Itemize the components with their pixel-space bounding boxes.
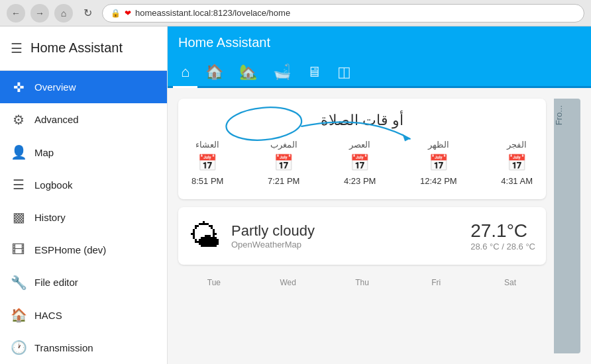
prayer-time-maghrib: المغرب 📅 7:21 PM (268, 140, 299, 186)
history-icon: ▩ (11, 209, 27, 225)
right-panel: Fro... (554, 99, 580, 353)
prayer-time-val-asr: 4:23 PM (344, 176, 376, 186)
sidebar-title: Home Assistant (30, 40, 123, 56)
weather-source: OpenWeatherMap (231, 240, 460, 250)
app-layout: ☰ Home Assistant ✜ Overview ⚙ Advanced 👤… (0, 26, 591, 364)
sidebar-label-overview: Overview (34, 81, 76, 93)
prayer-time-val-dhuhr: 12:42 PM (420, 176, 457, 186)
prayer-times-row: العشاء 📅 8:51 PM المغرب 📅 7:21 PM العصر … (191, 140, 533, 186)
file-editor-icon: 🔧 (11, 275, 27, 291)
day-wed: Wed (252, 278, 324, 287)
sidebar-label-logbook: Logbook (34, 179, 73, 191)
sidebar-item-map[interactable]: 👤 Map (0, 136, 167, 168)
tab-network[interactable]: ◫ (329, 58, 359, 88)
day-row: Tue Wed Thu Fri Sat (178, 278, 546, 287)
address-bar[interactable]: 🔒 ❤ homeassistant.local:8123/lovelace/ho… (102, 4, 584, 23)
logbook-icon: ☰ (11, 177, 27, 193)
tab-house[interactable]: 🏡 (231, 58, 265, 88)
sidebar-item-hacs[interactable]: 🏠 HACS (0, 299, 167, 332)
weather-icon: 🌤 (189, 218, 221, 254)
prayer-name-asr: العصر (349, 140, 370, 150)
prayer-time-asr: العصر 📅 4:23 PM (344, 140, 376, 186)
sidebar-label-advanced: Advanced (34, 114, 79, 125)
prayer-icon-maghrib: 📅 (274, 154, 294, 172)
prayer-name-maghrib: المغرب (270, 140, 297, 150)
prayer-time-fajr: الفجر 📅 4:31 AM (501, 140, 533, 186)
sidebar-label-file-editor: File editor (34, 277, 78, 288)
prayer-time-val-maghrib: 7:21 PM (268, 176, 299, 186)
prayer-time-val-isha: 8:51 PM (191, 176, 223, 186)
sidebar-label-esphome: ESPHome (dev) (34, 244, 106, 255)
browser-chrome: ← → ⌂ ↻ 🔒 ❤ homeassistant.local:8123/lov… (0, 0, 591, 26)
tab-bath[interactable]: 🛁 (265, 58, 299, 88)
tab-bell[interactable]: 🏠 (197, 58, 231, 88)
tab-home[interactable]: ⌂ (173, 58, 197, 88)
sidebar-item-file-editor[interactable]: 🔧 File editor (0, 266, 167, 298)
top-bar-title: Home Assistant (178, 35, 580, 50)
weather-temperature: 27.1°C (470, 220, 535, 242)
reload-button[interactable]: ↻ (78, 4, 97, 23)
prayer-time-dhuhr: الظهر 📅 12:42 PM (420, 140, 457, 186)
tab-monitor[interactable]: 🖥 (299, 58, 329, 88)
prayer-time-val-fajr: 4:31 AM (501, 176, 533, 186)
main-content: Home Assistant ⌂ 🏠 🏡 🛁 🖥 ◫ (168, 26, 591, 364)
prayer-name-isha: العشاء (195, 140, 219, 150)
sidebar-item-esphome[interactable]: 🎞 ESPHome (dev) (0, 234, 167, 266)
weather-temp-block: 27.1°C 28.6 °C / 28.6 °C (470, 220, 535, 251)
day-thu: Thu (327, 278, 398, 287)
prayer-time-isha: العشاء 📅 8:51 PM (191, 140, 223, 186)
day-sat: Sat (474, 278, 546, 287)
forward-button[interactable]: → (30, 4, 49, 23)
prayer-card-title: أو قات الصلاة (191, 112, 533, 129)
esphome-icon: 🎞 (11, 242, 27, 257)
sidebar: ☰ Home Assistant ✜ Overview ⚙ Advanced 👤… (0, 26, 168, 364)
prayer-card: أو قات الصلاة العشاء 📅 8:51 PM المغرب 📅 … (178, 99, 546, 199)
right-panel-text: Fro... (554, 99, 570, 132)
prayer-name-fajr: الفجر (507, 140, 527, 150)
top-bar: Home Assistant (168, 26, 591, 58)
sidebar-item-overview[interactable]: ✜ Overview (0, 71, 167, 103)
advanced-icon: ⚙ (11, 112, 27, 128)
day-tue: Tue (178, 278, 250, 287)
sidebar-label-map: Map (34, 147, 54, 158)
hamburger-icon[interactable]: ☰ (11, 40, 23, 56)
prayer-icon-asr: 📅 (350, 154, 370, 172)
sidebar-label-transmission: Transmission (34, 342, 93, 353)
lock-icon: 🔒 (111, 9, 121, 18)
day-fri: Fri (400, 278, 472, 287)
transmission-icon: 🕐 (11, 340, 27, 355)
back-button[interactable]: ← (7, 4, 25, 23)
weather-info: Partly cloudy OpenWeatherMap (231, 222, 460, 250)
overview-icon: ✜ (11, 79, 27, 95)
main-column: أو قات الصلاة العشاء 📅 8:51 PM المغرب 📅 … (178, 99, 546, 353)
sidebar-item-history[interactable]: ▩ History (0, 201, 167, 234)
prayer-icon-dhuhr: 📅 (429, 154, 449, 172)
hacs-icon: 🏠 (11, 307, 27, 323)
prayer-icon-isha: 📅 (197, 154, 217, 172)
map-icon: 👤 (11, 144, 27, 160)
sidebar-item-logbook[interactable]: ☰ Logbook (0, 169, 167, 201)
content-area: أو قات الصلاة العشاء 📅 8:51 PM المغرب 📅 … (168, 88, 591, 364)
weather-range: 28.6 °C / 28.6 °C (470, 242, 535, 251)
tab-nav: ⌂ 🏠 🏡 🛁 🖥 ◫ (168, 58, 591, 88)
weather-card: 🌤 Partly cloudy OpenWeatherMap 27.1°C 28… (178, 207, 546, 265)
url-text: homeassistant.local:8123/lovelace/home (135, 8, 290, 18)
sidebar-item-transmission[interactable]: 🕐 Transmission (0, 332, 167, 364)
favicon: ❤ (125, 9, 131, 18)
sidebar-label-history: History (34, 212, 66, 223)
sidebar-item-advanced[interactable]: ⚙ Advanced (0, 103, 167, 136)
prayer-name-dhuhr: الظهر (428, 140, 449, 150)
sidebar-label-hacs: HACS (34, 310, 62, 321)
sidebar-header: ☰ Home Assistant (0, 26, 167, 71)
home-button[interactable]: ⌂ (54, 4, 73, 23)
prayer-icon-fajr: 📅 (507, 154, 527, 172)
weather-condition: Partly cloudy (231, 222, 460, 240)
